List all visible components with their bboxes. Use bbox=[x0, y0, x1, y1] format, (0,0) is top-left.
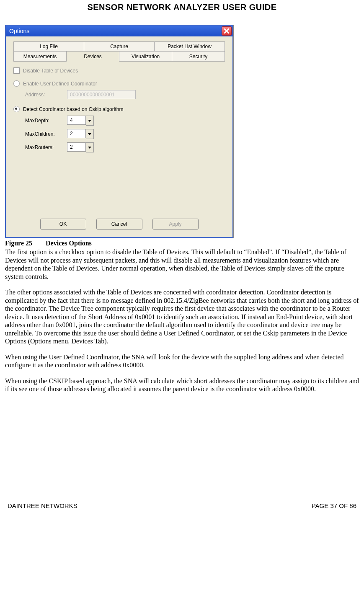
max-children-dropdown[interactable]: 2 bbox=[67, 129, 94, 139]
figure-number: Figure 25 bbox=[5, 240, 32, 247]
max-depth-dropdown[interactable]: 4 bbox=[67, 116, 94, 126]
figure-caption: Figure 25 Devices Options bbox=[5, 240, 359, 247]
chevron-down-icon bbox=[86, 142, 94, 152]
cancel-button[interactable]: Cancel bbox=[96, 219, 142, 230]
address-label: Address: bbox=[25, 92, 67, 98]
document-title: SENSOR NETWORK ANALYZER USER GUIDE bbox=[5, 3, 359, 12]
dialog-title: Options bbox=[9, 28, 29, 34]
figure-title: Devices Options bbox=[46, 240, 92, 247]
disable-table-checkbox[interactable] bbox=[13, 67, 20, 74]
chevron-down-icon bbox=[86, 116, 94, 126]
enable-user-coordinator-radio[interactable] bbox=[13, 80, 20, 87]
address-input[interactable]: 0000000000000001 bbox=[67, 90, 136, 99]
tab-devices[interactable]: Devices bbox=[67, 52, 119, 62]
tab-visualization[interactable]: Visualization bbox=[119, 52, 172, 62]
chevron-down-icon bbox=[86, 129, 94, 139]
options-dialog: Options Log File Capture Packet List Win… bbox=[5, 25, 233, 238]
footer-page-number: PAGE 37 OF 86 bbox=[312, 502, 356, 509]
paragraph-2: The other options associated with the Ta… bbox=[5, 288, 359, 346]
max-routers-value: 2 bbox=[67, 142, 86, 152]
dialog-titlebar: Options bbox=[6, 26, 232, 36]
close-icon bbox=[224, 28, 230, 34]
paragraph-4: When using the CSKIP based approach, the… bbox=[5, 377, 359, 393]
tab-log-file[interactable]: Log File bbox=[13, 41, 84, 52]
tab-security[interactable]: Security bbox=[172, 52, 225, 62]
tab-strip: Log File Capture Packet List Window Meas… bbox=[13, 41, 225, 62]
apply-button[interactable]: Apply bbox=[152, 219, 199, 230]
max-routers-dropdown[interactable]: 2 bbox=[67, 142, 94, 152]
max-depth-value: 4 bbox=[67, 116, 86, 125]
footer-company: DAINTREE NETWORKS bbox=[8, 502, 77, 509]
close-button[interactable] bbox=[222, 26, 232, 36]
tab-packet-list-window[interactable]: Packet List Window bbox=[155, 41, 225, 52]
ok-button[interactable]: OK bbox=[40, 219, 86, 230]
max-depth-label: MaxDepth: bbox=[25, 118, 67, 124]
tab-capture[interactable]: Capture bbox=[84, 41, 155, 52]
page-footer: DAINTREE NETWORKS PAGE 37 OF 86 bbox=[5, 502, 359, 515]
max-children-value: 2 bbox=[67, 129, 86, 138]
paragraph-1: The first option is a checkbox option to… bbox=[5, 248, 359, 281]
detect-cskip-radio[interactable] bbox=[13, 106, 20, 112]
disable-table-label: Disable Table of Devices bbox=[23, 68, 78, 74]
paragraph-3: When using the User Defined Coordinator,… bbox=[5, 353, 359, 369]
tab-measurements[interactable]: Measurements bbox=[13, 52, 67, 62]
max-routers-label: MaxRouters: bbox=[25, 144, 67, 150]
detect-cskip-label: Detect Coordinator based on Cskip algori… bbox=[23, 106, 123, 112]
enable-user-coordinator-label: Enable User Defined Coordinator bbox=[23, 81, 97, 87]
max-children-label: MaxChildren: bbox=[25, 131, 67, 137]
